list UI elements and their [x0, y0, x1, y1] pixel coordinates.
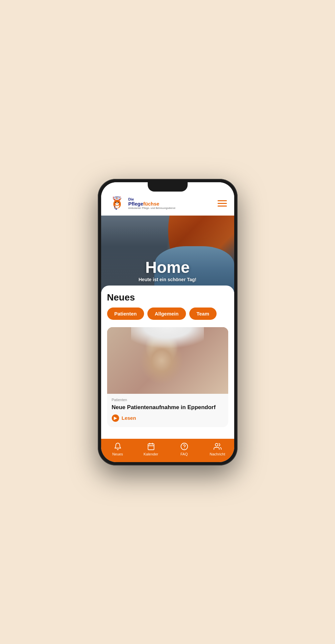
news-card: Patienten Neue Patientenaufnahme in Eppe…	[107, 327, 228, 427]
filter-buttons-row: Patienten Allgemein Team	[107, 308, 228, 321]
svg-point-19	[116, 208, 117, 209]
hero-subtitle: Heute ist ein schöner Tag!	[101, 277, 234, 282]
nav-item-nachricht[interactable]: Nachricht	[201, 442, 234, 456]
filter-allgemein[interactable]: Allgemein	[147, 308, 186, 320]
calendar-icon	[147, 442, 155, 451]
hero-section: Home Heute ist ein schöner Tag!	[101, 216, 234, 292]
section-title: Neues	[107, 292, 228, 303]
news-title: Neue Patientenaufnahme in Eppendorf	[112, 404, 224, 411]
svg-point-18	[116, 203, 117, 204]
fox-logo-icon: ♥ ♥	[108, 195, 126, 212]
svg-rect-20	[148, 444, 154, 450]
nav-label-nachricht: Nachricht	[210, 452, 225, 456]
svg-point-17	[118, 202, 118, 202]
filter-patienten[interactable]: Patienten	[107, 308, 144, 320]
svg-point-26	[215, 443, 218, 446]
phone-screen: ♥ ♥	[101, 182, 234, 462]
filter-team[interactable]: Team	[189, 308, 217, 320]
hero-text-block: Home Heute ist ein schöner Tag!	[101, 260, 234, 282]
bottom-navigation: Neues Kalender FAQ Nachricht	[101, 439, 234, 462]
nav-label-neues: Neues	[112, 452, 123, 456]
bell-icon	[113, 442, 122, 451]
phone-notch	[148, 182, 188, 192]
help-circle-icon	[180, 442, 189, 451]
read-label: Lesen	[122, 415, 136, 421]
logo-fuchse: füchse	[143, 201, 159, 207]
hamburger-line-1	[218, 200, 227, 201]
logo: ♥ ♥	[108, 195, 176, 212]
svg-text:♥: ♥	[119, 196, 120, 197]
nav-label-kalender: Kalender	[143, 452, 158, 456]
phone-device: ♥ ♥	[98, 179, 238, 465]
nav-label-faq: FAQ	[180, 452, 188, 456]
logo-text: Die Pflegefüchse Ambulanter Pflege- und …	[128, 197, 176, 209]
logo-subtitle: Ambulanter Pflege- und Betreuungsdienst	[128, 207, 176, 210]
news-card-image	[107, 327, 228, 394]
hamburger-line-3	[218, 206, 227, 207]
nav-item-faq[interactable]: FAQ	[168, 442, 201, 456]
nav-item-kalender[interactable]: Kalender	[134, 442, 168, 456]
hamburger-line-2	[218, 203, 227, 204]
read-icon: ▶	[112, 414, 119, 422]
news-card-body: Patienten Neue Patientenaufnahme in Eppe…	[107, 394, 228, 427]
news-category: Patienten	[112, 398, 224, 402]
news-read-link[interactable]: ▶ Lesen	[112, 414, 224, 422]
hero-title: Home	[101, 260, 234, 276]
svg-text:♥: ♥	[113, 196, 114, 198]
svg-point-24	[181, 443, 188, 450]
logo-pflege: Pflege	[128, 201, 143, 207]
svg-point-16	[116, 202, 116, 202]
nav-item-neues[interactable]: Neues	[101, 442, 134, 456]
hamburger-menu[interactable]	[218, 200, 227, 207]
main-content: Neues Patienten Allgemein Team Patienten…	[101, 286, 234, 439]
users-icon	[213, 442, 222, 451]
